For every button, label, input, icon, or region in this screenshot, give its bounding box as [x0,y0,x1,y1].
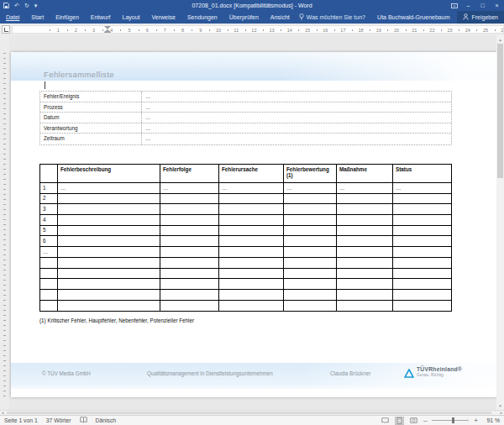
table-cell[interactable] [284,279,337,289]
minimize-button[interactable]: – [461,0,475,11]
table-cell[interactable] [393,258,451,268]
zoom-out-button[interactable]: – [423,417,427,424]
table-cell[interactable] [337,247,393,257]
share-button[interactable]: Freigeben [457,11,504,24]
scroll-up-icon[interactable]: ▴ [496,36,504,43]
table-cell[interactable] [58,269,160,279]
info-value[interactable]: … [142,134,451,144]
table-cell[interactable] [219,269,284,279]
table-cell[interactable] [219,279,284,289]
horizontal-scroll-thumb[interactable] [7,412,491,414]
view-read-mode-button[interactable] [381,417,390,425]
table-cell[interactable] [219,301,284,312]
table-cell[interactable] [393,194,451,204]
ribbon-tab-sendungen[interactable]: Sendungen [181,11,223,24]
table-cell[interactable] [219,215,284,225]
table-cell[interactable] [284,194,337,204]
table-cell[interactable] [160,194,219,204]
ribbon-tab-datei[interactable]: Datei [0,11,25,24]
qat-customize-icon[interactable]: ▾ [34,3,38,8]
ribbon-tab-verweise[interactable]: Verweise [146,11,181,24]
table-cell[interactable]: … [58,183,160,193]
table-cell[interactable] [393,290,451,300]
table-cell[interactable] [337,194,393,204]
account-name[interactable]: Uta Buchwald-Gruenebaum [377,14,449,20]
vertical-scrollbar[interactable]: ▴ ▾ [496,35,504,410]
table-cell[interactable] [337,301,393,312]
horizontal-ruler[interactable]: 1234567891011121314151617181920212223242… [12,25,504,34]
table-cell[interactable] [160,204,219,214]
info-value[interactable]: … [142,102,451,113]
table-cell[interactable] [160,301,219,312]
table-cell[interactable] [58,290,160,300]
table-cell[interactable] [337,215,393,225]
ribbon-tab-start[interactable]: Start [25,11,50,24]
table-cell[interactable] [284,301,337,312]
table-cell[interactable] [337,279,393,289]
zoom-level[interactable]: 91 % [483,417,500,423]
table-cell[interactable] [337,290,393,300]
table-cell[interactable] [337,269,393,279]
view-web-layout-button[interactable] [409,417,418,425]
table-cell[interactable] [284,204,337,214]
ribbon-tab-ansicht[interactable]: Ansicht [265,11,296,24]
info-value[interactable]: … [142,92,451,102]
table-cell[interactable] [58,258,160,268]
ribbon-tab-überprüfen[interactable]: Überprüfen [223,11,265,24]
table-cell[interactable] [160,258,219,268]
ribbon-tab-entwurf[interactable]: Entwurf [85,11,117,24]
undo-icon[interactable]: ↶ [14,3,19,8]
table-cell[interactable]: … [337,183,393,193]
vertical-ruler[interactable] [0,35,9,410]
table-cell[interactable] [284,247,337,257]
table-cell[interactable] [393,236,451,246]
table-cell[interactable] [219,226,284,236]
table-cell[interactable] [58,226,160,236]
table-cell[interactable] [160,226,219,236]
proofing-icon[interactable] [80,417,87,424]
table-cell[interactable] [393,204,451,214]
table-cell[interactable]: … [219,183,284,193]
table-cell[interactable] [393,301,451,312]
tell-me-box[interactable]: Was möchten Sie tun? [299,13,365,21]
info-value[interactable]: … [142,123,451,134]
table-cell[interactable] [58,247,160,257]
close-button[interactable]: × [490,0,504,11]
ribbon-tab-einfügen[interactable]: Einfügen [50,11,85,24]
zoom-slider-handle[interactable] [452,417,454,423]
table-cell[interactable] [58,301,160,312]
table-cell[interactable] [58,236,160,246]
table-cell[interactable] [337,204,393,214]
table-cell[interactable] [160,269,219,279]
ribbon-tab-layout[interactable]: Layout [117,11,146,24]
table-cell[interactable] [284,290,337,300]
table-cell[interactable] [284,236,337,246]
table-cell[interactable] [160,215,219,225]
table-cell[interactable] [284,215,337,225]
redo-icon[interactable]: ↻ [24,3,29,8]
table-cell[interactable] [393,269,451,279]
table-cell[interactable] [58,204,160,214]
scroll-down-icon[interactable]: ▾ [496,402,504,409]
table-cell[interactable]: … [284,183,337,193]
table-cell[interactable] [393,226,451,236]
save-icon[interactable] [3,3,9,9]
page-indicator[interactable]: Seite 1 von 1 [4,417,38,423]
table-cell[interactable] [337,226,393,236]
table-cell[interactable] [219,194,284,204]
zoom-slider[interactable] [432,420,469,421]
table-cell[interactable] [58,279,160,289]
table-cell[interactable] [219,290,284,300]
language-indicator[interactable]: Dänisch [96,417,117,423]
table-cell[interactable] [219,247,284,257]
tab-selector[interactable] [2,25,10,34]
table-cell[interactable] [284,226,337,236]
table-cell[interactable] [160,236,219,246]
table-cell[interactable] [160,247,219,257]
table-cell[interactable] [393,279,451,289]
table-cell[interactable] [393,215,451,225]
table-cell[interactable]: … [393,183,451,193]
table-cell[interactable] [219,204,284,214]
table-cell[interactable] [337,236,393,246]
word-count[interactable]: 37 Wörter [46,417,71,423]
